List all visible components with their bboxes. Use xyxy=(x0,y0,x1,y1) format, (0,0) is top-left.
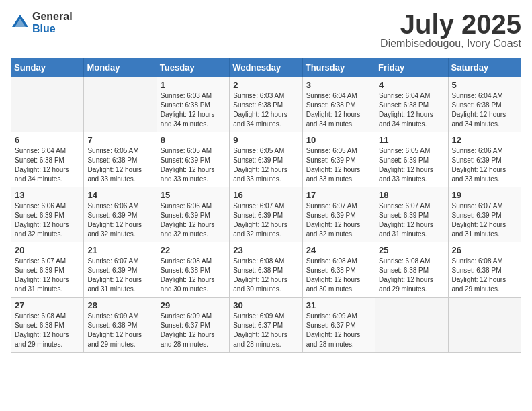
day-number: 10 xyxy=(306,135,371,145)
day-number: 27 xyxy=(15,300,80,310)
day-number: 4 xyxy=(379,80,444,90)
calendar-cell: 24Sunrise: 6:08 AM Sunset: 6:38 PM Dayli… xyxy=(302,242,375,298)
day-number: 2 xyxy=(233,80,298,90)
logo-blue: Blue xyxy=(32,23,73,35)
calendar-cell: 2Sunrise: 6:03 AM Sunset: 6:38 PM Daylig… xyxy=(230,77,302,132)
day-header-friday: Friday xyxy=(375,58,448,77)
calendar-cell: 10Sunrise: 6:05 AM Sunset: 6:39 PM Dayli… xyxy=(302,132,375,187)
day-info: Sunrise: 6:03 AM Sunset: 6:38 PM Dayligh… xyxy=(161,91,226,129)
day-header-thursday: Thursday xyxy=(302,58,375,77)
calendar-week-row: 20Sunrise: 6:07 AM Sunset: 6:39 PM Dayli… xyxy=(11,242,521,298)
calendar-week-row: 1Sunrise: 6:03 AM Sunset: 6:38 PM Daylig… xyxy=(11,77,521,132)
day-info: Sunrise: 6:07 AM Sunset: 6:39 PM Dayligh… xyxy=(87,257,152,294)
day-info: Sunrise: 6:06 AM Sunset: 6:39 PM Dayligh… xyxy=(452,146,517,184)
day-info: Sunrise: 6:07 AM Sunset: 6:39 PM Dayligh… xyxy=(15,257,80,294)
day-header-monday: Monday xyxy=(84,58,157,77)
day-number: 16 xyxy=(233,190,298,200)
day-info: Sunrise: 6:09 AM Sunset: 6:37 PM Dayligh… xyxy=(161,312,226,349)
day-info: Sunrise: 6:08 AM Sunset: 6:38 PM Dayligh… xyxy=(452,257,517,294)
day-number: 1 xyxy=(161,80,226,90)
month-title: July 2025 xyxy=(380,11,521,38)
day-number: 28 xyxy=(87,300,152,310)
day-info: Sunrise: 6:07 AM Sunset: 6:39 PM Dayligh… xyxy=(306,201,371,239)
calendar-cell: 30Sunrise: 6:09 AM Sunset: 6:37 PM Dayli… xyxy=(230,298,302,353)
day-number: 25 xyxy=(379,245,444,255)
day-info: Sunrise: 6:03 AM Sunset: 6:38 PM Dayligh… xyxy=(233,91,298,129)
day-header-wednesday: Wednesday xyxy=(230,58,302,77)
day-number: 15 xyxy=(161,190,226,200)
calendar-cell: 17Sunrise: 6:07 AM Sunset: 6:39 PM Dayli… xyxy=(302,187,375,242)
day-info: Sunrise: 6:06 AM Sunset: 6:39 PM Dayligh… xyxy=(15,201,80,239)
calendar-cell xyxy=(84,77,157,132)
day-number: 21 xyxy=(87,245,152,255)
day-info: Sunrise: 6:04 AM Sunset: 6:38 PM Dayligh… xyxy=(452,91,517,129)
logo-general: General xyxy=(32,11,73,23)
day-info: Sunrise: 6:08 AM Sunset: 6:38 PM Dayligh… xyxy=(161,257,226,294)
day-number: 23 xyxy=(233,245,298,255)
day-info: Sunrise: 6:05 AM Sunset: 6:39 PM Dayligh… xyxy=(161,146,226,184)
calendar-cell xyxy=(11,77,84,132)
calendar-cell: 21Sunrise: 6:07 AM Sunset: 6:39 PM Dayli… xyxy=(84,242,157,298)
logo-text: General Blue xyxy=(32,11,73,34)
day-number: 6 xyxy=(15,135,80,145)
day-info: Sunrise: 6:07 AM Sunset: 6:39 PM Dayligh… xyxy=(233,201,298,239)
day-number: 7 xyxy=(87,135,152,145)
day-info: Sunrise: 6:04 AM Sunset: 6:38 PM Dayligh… xyxy=(379,91,444,129)
logo: General Blue xyxy=(11,11,73,34)
calendar-cell: 5Sunrise: 6:04 AM Sunset: 6:38 PM Daylig… xyxy=(448,77,521,132)
calendar-cell: 16Sunrise: 6:07 AM Sunset: 6:39 PM Dayli… xyxy=(230,187,302,242)
day-info: Sunrise: 6:09 AM Sunset: 6:37 PM Dayligh… xyxy=(233,312,298,349)
day-info: Sunrise: 6:07 AM Sunset: 6:39 PM Dayligh… xyxy=(452,201,517,239)
page-header: General Blue July 2025 Diembisedougou, I… xyxy=(11,11,521,50)
calendar-cell: 1Sunrise: 6:03 AM Sunset: 6:38 PM Daylig… xyxy=(157,77,229,132)
day-number: 31 xyxy=(306,300,371,310)
day-info: Sunrise: 6:08 AM Sunset: 6:38 PM Dayligh… xyxy=(306,257,371,294)
calendar-cell: 26Sunrise: 6:08 AM Sunset: 6:38 PM Dayli… xyxy=(448,242,521,298)
day-info: Sunrise: 6:09 AM Sunset: 6:37 PM Dayligh… xyxy=(306,312,371,349)
day-number: 11 xyxy=(379,135,444,145)
calendar-cell: 4Sunrise: 6:04 AM Sunset: 6:38 PM Daylig… xyxy=(375,77,448,132)
calendar-cell: 6Sunrise: 6:04 AM Sunset: 6:38 PM Daylig… xyxy=(11,132,84,187)
day-number: 19 xyxy=(452,190,517,200)
day-number: 20 xyxy=(15,245,80,255)
day-info: Sunrise: 6:05 AM Sunset: 6:38 PM Dayligh… xyxy=(87,146,152,184)
day-header-saturday: Saturday xyxy=(448,58,521,77)
calendar-week-row: 13Sunrise: 6:06 AM Sunset: 6:39 PM Dayli… xyxy=(11,187,521,242)
day-number: 5 xyxy=(452,80,517,90)
calendar-cell: 14Sunrise: 6:06 AM Sunset: 6:39 PM Dayli… xyxy=(84,187,157,242)
day-number: 26 xyxy=(452,245,517,255)
calendar-cell: 28Sunrise: 6:09 AM Sunset: 6:38 PM Dayli… xyxy=(84,298,157,353)
day-info: Sunrise: 6:05 AM Sunset: 6:39 PM Dayligh… xyxy=(233,146,298,184)
day-number: 8 xyxy=(161,135,226,145)
title-block: July 2025 Diembisedougou, Ivory Coast xyxy=(380,11,521,50)
calendar-week-row: 6Sunrise: 6:04 AM Sunset: 6:38 PM Daylig… xyxy=(11,132,521,187)
day-header-sunday: Sunday xyxy=(11,58,84,77)
day-info: Sunrise: 6:08 AM Sunset: 6:38 PM Dayligh… xyxy=(379,257,444,294)
calendar-cell: 3Sunrise: 6:04 AM Sunset: 6:38 PM Daylig… xyxy=(302,77,375,132)
calendar-cell: 31Sunrise: 6:09 AM Sunset: 6:37 PM Dayli… xyxy=(302,298,375,353)
calendar-week-row: 27Sunrise: 6:08 AM Sunset: 6:38 PM Dayli… xyxy=(11,298,521,353)
day-number: 18 xyxy=(379,190,444,200)
calendar-table: SundayMondayTuesdayWednesdayThursdayFrid… xyxy=(11,58,521,353)
day-number: 30 xyxy=(233,300,298,310)
day-info: Sunrise: 6:08 AM Sunset: 6:38 PM Dayligh… xyxy=(233,257,298,294)
calendar-cell: 19Sunrise: 6:07 AM Sunset: 6:39 PM Dayli… xyxy=(448,187,521,242)
calendar-header-row: SundayMondayTuesdayWednesdayThursdayFrid… xyxy=(11,58,521,77)
calendar-cell: 8Sunrise: 6:05 AM Sunset: 6:39 PM Daylig… xyxy=(157,132,229,187)
day-info: Sunrise: 6:06 AM Sunset: 6:39 PM Dayligh… xyxy=(161,201,226,239)
calendar-cell: 23Sunrise: 6:08 AM Sunset: 6:38 PM Dayli… xyxy=(230,242,302,298)
location-subtitle: Diembisedougou, Ivory Coast xyxy=(380,38,521,50)
day-number: 9 xyxy=(233,135,298,145)
calendar-cell: 11Sunrise: 6:05 AM Sunset: 6:39 PM Dayli… xyxy=(375,132,448,187)
calendar-cell: 13Sunrise: 6:06 AM Sunset: 6:39 PM Dayli… xyxy=(11,187,84,242)
calendar-cell: 18Sunrise: 6:07 AM Sunset: 6:39 PM Dayli… xyxy=(375,187,448,242)
day-info: Sunrise: 6:05 AM Sunset: 6:39 PM Dayligh… xyxy=(379,146,444,184)
day-number: 3 xyxy=(306,80,371,90)
day-info: Sunrise: 6:08 AM Sunset: 6:38 PM Dayligh… xyxy=(15,312,80,349)
day-info: Sunrise: 6:07 AM Sunset: 6:39 PM Dayligh… xyxy=(379,201,444,239)
day-number: 14 xyxy=(87,190,152,200)
day-number: 17 xyxy=(306,190,371,200)
day-info: Sunrise: 6:04 AM Sunset: 6:38 PM Dayligh… xyxy=(15,146,80,184)
day-number: 12 xyxy=(452,135,517,145)
day-header-tuesday: Tuesday xyxy=(157,58,229,77)
